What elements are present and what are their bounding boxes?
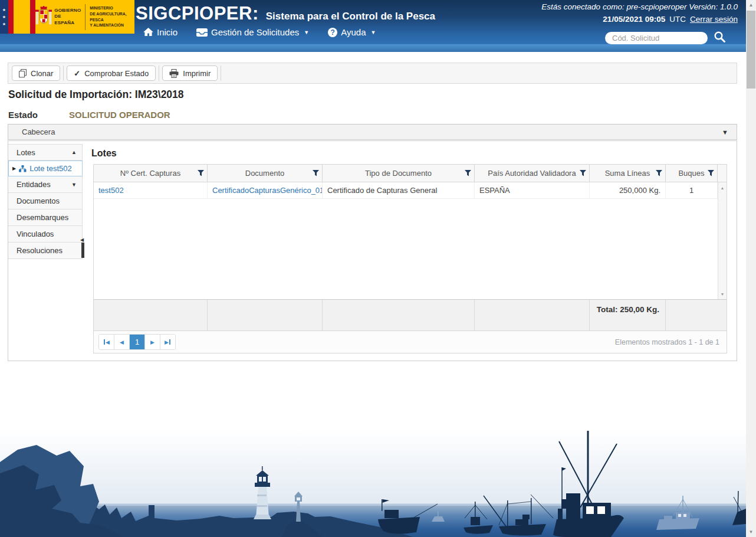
column-header-buques[interactable]: Buques: [666, 165, 718, 182]
sidebar-item-label: Lotes: [17, 148, 35, 157]
nav-item-inicio[interactable]: Inicio: [143, 27, 178, 37]
action-toolbar: Clonar ✓ Comprobar Estado Imprimir: [8, 63, 737, 84]
eu-star-icon: ★: [2, 22, 6, 26]
nav-label: Inicio: [157, 27, 178, 37]
filter-funnel-icon[interactable]: [580, 170, 586, 176]
print-button[interactable]: Imprimir: [162, 66, 218, 81]
filter-funnel-icon[interactable]: [198, 170, 204, 176]
sidebar-item-desembarques[interactable]: Desembarques: [8, 209, 83, 226]
sidebar-item-label: Entidades: [17, 180, 51, 189]
logo-divider: [85, 4, 86, 30]
scroll-down-icon[interactable]: ▼: [718, 290, 727, 298]
toolbar-separator: [221, 66, 221, 81]
lotes-grid: Nº Cert. Capturas Documento Tipo de Docu…: [93, 164, 727, 353]
pager-first-button[interactable]: ◀: [99, 335, 114, 349]
section-title: Lotes: [91, 148, 117, 159]
estado-row: EstadoSOLICITUD OPERADOR: [8, 110, 170, 120]
button-label: Imprimir: [183, 69, 211, 78]
button-label: Clonar: [31, 69, 53, 78]
pagination: ◀ ◀ 1 ▶ ▶: [98, 334, 176, 350]
ministerio-text: MINISTERIO DE AGRICULTURA, PESCA Y ALIME…: [90, 5, 134, 28]
sidebar-item-label: Desembarques: [17, 213, 68, 222]
scrollbar-spacer: [718, 165, 727, 182]
chevron-down-icon: ▼: [370, 30, 376, 35]
main-nav: Inicio Gestión de Solicitudes ▼ ? Ayuda …: [143, 27, 376, 37]
cabecera-label: Cabecera: [22, 127, 55, 136]
cell-tipo-documento: Certificado de Capturas General: [323, 182, 475, 198]
nav-item-ayuda[interactable]: ? Ayuda ▼: [328, 27, 376, 37]
sidebar-item-lote-test502[interactable]: ▶ Lote test502: [8, 161, 83, 176]
sidebar-item-label: Lote test502: [29, 164, 72, 173]
cell-buques: 1: [666, 182, 718, 198]
coastal-footer-illustration: [0, 430, 746, 537]
chevron-down-icon: ▼: [722, 129, 728, 136]
spain-flag-yellow-strip: [14, 0, 30, 34]
logout-link[interactable]: Cerrar sesión: [690, 15, 738, 24]
scroll-down-icon[interactable]: ▼: [746, 527, 756, 537]
eu-flag-strip: ★ ★ ★: [0, 0, 8, 34]
column-label: Nº Cert. Capturas: [120, 169, 180, 178]
sidebar-item-vinculados[interactable]: Vinculados: [8, 226, 83, 243]
clone-icon: [19, 69, 27, 78]
eu-star-icon: ★: [2, 8, 6, 12]
cell-suma-lineas: 250,000 Kg.: [590, 182, 666, 198]
spain-flag-red-strip: [8, 0, 14, 34]
toolbar-separator: [63, 66, 64, 81]
nav-item-gestion-solicitudes[interactable]: Gestión de Solicitudes ▼: [196, 27, 309, 37]
pager-page-button[interactable]: 1: [130, 335, 145, 349]
prev-page-icon: ◀: [120, 339, 124, 345]
column-label: Buques: [678, 169, 704, 178]
help-icon: ?: [328, 28, 337, 37]
scrollbar-thumb[interactable]: [747, 11, 755, 89]
bar-glyph: [104, 339, 105, 345]
filter-funnel-icon[interactable]: [708, 170, 714, 176]
chevron-down-icon: ▼: [71, 182, 77, 188]
check-icon: ✓: [74, 69, 80, 78]
footer-cell: [94, 300, 208, 330]
grid-footer-row: Total: 250,00 Kg.: [94, 299, 727, 331]
clone-button[interactable]: Clonar: [12, 66, 60, 81]
scroll-up-icon[interactable]: ▲: [718, 184, 727, 192]
grid-vertical-scrollbar[interactable]: ▲ ▼: [718, 182, 727, 299]
column-header-cert-capturas[interactable]: Nº Cert. Capturas: [94, 165, 208, 182]
filter-funnel-icon[interactable]: [465, 170, 471, 176]
search-input[interactable]: [605, 32, 708, 44]
check-status-button[interactable]: ✓ Comprobar Estado: [67, 66, 156, 81]
grid-pager: ◀ ◀ 1 ▶ ▶ Elementos mostrados 1 - 1 de 1: [94, 331, 727, 353]
search-icon[interactable]: [714, 31, 725, 42]
cabecera-expander[interactable]: Cabecera ▼: [8, 124, 737, 140]
scroll-up-icon[interactable]: ▲: [746, 0, 756, 10]
sidebar-collapse-icon[interactable]: ◀: [80, 237, 84, 243]
column-header-tipo-documento[interactable]: Tipo de Documento: [323, 165, 475, 182]
home-icon: [143, 28, 153, 37]
sidebar-item-documentos[interactable]: Documentos: [8, 193, 83, 209]
status-badge: SOLICITUD OPERADOR: [69, 110, 170, 120]
sidebar-drag-handle[interactable]: [81, 243, 84, 258]
eu-star-icon: ★: [2, 15, 6, 19]
cell-documento-link[interactable]: CertificadoCapturasGenérico_01...: [208, 182, 323, 198]
inbox-icon: [196, 28, 208, 37]
sigcpioper-app: ★ ★ ★: [0, 0, 756, 537]
filter-funnel-icon[interactable]: [313, 170, 319, 176]
table-row[interactable]: test502 CertificadoCapturasGenérico_01..…: [94, 182, 727, 199]
chevron-right-icon[interactable]: ▶: [12, 166, 16, 171]
column-header-suma-lineas[interactable]: Suma Líneas: [590, 165, 666, 182]
pager-next-button[interactable]: ▶: [145, 335, 160, 349]
footer-cell: [208, 300, 323, 330]
cell-pais: ESPAÑA: [475, 182, 590, 198]
logo-yellow-block: GOBIERNO DE ESPAÑA MINISTERIO DE AGRICUL…: [35, 0, 134, 34]
pager-last-button[interactable]: ▶: [160, 335, 175, 349]
grid-body: test502 CertificadoCapturasGenérico_01..…: [94, 182, 727, 299]
spain-flag-red-strip: [30, 0, 35, 34]
sidebar-item-lotes[interactable]: Lotes ▲: [8, 144, 83, 161]
filter-funnel-icon[interactable]: [656, 170, 662, 176]
page-title: Solicitud de Importación: IM23\2018: [8, 89, 184, 101]
column-header-pais[interactable]: País Autoridad Validadora: [475, 165, 590, 182]
coat-of-arms-icon: [35, 4, 52, 31]
pager-prev-button[interactable]: ◀: [114, 335, 130, 349]
sidebar-item-entidades[interactable]: Entidades ▼: [8, 176, 83, 193]
sidebar-item-resoluciones[interactable]: Resoluciones: [8, 243, 83, 259]
page-scrollbar[interactable]: ▲ ▼: [746, 0, 756, 537]
column-header-documento[interactable]: Documento: [208, 165, 323, 182]
cell-cert-capturas-link[interactable]: test502: [94, 182, 208, 198]
